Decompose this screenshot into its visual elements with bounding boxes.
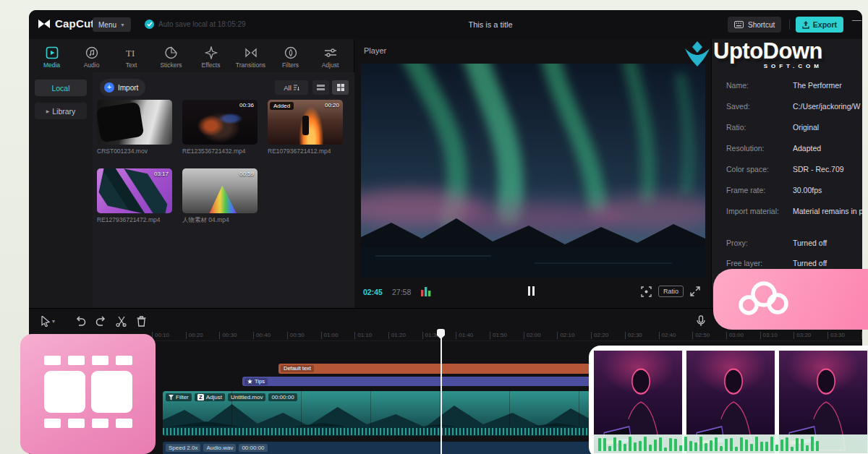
media-item[interactable]: 00:59 人物素材 04.mp4 [182, 168, 258, 225]
media-thumbnail[interactable]: 00:59 [182, 168, 258, 213]
delete-button[interactable] [135, 314, 148, 327]
redo-button[interactable] [94, 314, 107, 327]
property-row: Name: The Performer [726, 81, 862, 93]
equalizer-bar [654, 440, 657, 451]
scopes-icon[interactable] [421, 287, 431, 296]
sidebar-item-library[interactable]: ▶ Library [35, 103, 87, 119]
shortcut-label: Shortcut [748, 21, 775, 29]
filter-all-dropdown[interactable]: All [275, 80, 308, 95]
media-item[interactable]: 00:36 RE123536721432.mp4 [182, 100, 258, 155]
media-panel: Media Audio TI Text [29, 39, 354, 308]
equalizer-bar [603, 438, 606, 451]
equalizer-bar [689, 441, 692, 451]
fullscreen-icon[interactable] [690, 286, 700, 296]
player-panel-title: Player [364, 46, 386, 55]
property-row: Frame rate: 30.00fps [726, 186, 862, 197]
topbar: CapCut Menu ▼ Auto save local at 18:05:2… [29, 10, 862, 39]
text-clip-label: Default text [281, 365, 314, 372]
equalizer [594, 434, 868, 453]
autosave-text: Auto save local at 18:05:29 [158, 20, 246, 28]
equalizer-bar [725, 439, 728, 451]
equalizer-bar [735, 447, 738, 451]
media-thumbnail[interactable]: 03:17 [97, 168, 172, 213]
select-tool-caret[interactable]: ▼ [51, 314, 56, 327]
property-value: Material remains in p [793, 207, 862, 218]
equalizer-bar [608, 446, 611, 451]
ruler-tick: 01:20 [388, 332, 406, 339]
property-row: Resolution: Adapted [726, 144, 862, 155]
undo-button[interactable] [74, 314, 87, 327]
capcut-logo-icon [38, 19, 51, 29]
property-label: Resolution: [726, 144, 793, 155]
equalizer-bar [786, 437, 788, 451]
media-item[interactable]: Added 00:20 RE107936721412.mp4 [268, 100, 343, 155]
player-panel: Player [354, 39, 712, 308]
media-source-sidebar: Local ▶ Library [29, 72, 93, 308]
uptodown-logo-icon [684, 40, 710, 69]
property-row: Saved: C:/User/jackoring/W [726, 102, 862, 113]
property-value: Original [793, 123, 862, 134]
ruler-tick: 03:10 [760, 332, 778, 339]
speed-badge[interactable]: Speed 2.0x [166, 444, 200, 452]
media-item[interactable]: CRST001234.mov [97, 100, 172, 155]
duration-badge: 00:36 [239, 102, 254, 108]
sticker-track-clip[interactable]: Tips [242, 377, 644, 386]
media-thumbnail[interactable]: Added 00:20 [268, 100, 343, 145]
tab-effects[interactable]: Effects [191, 42, 231, 72]
media-filename: CRST001234.mov [97, 147, 172, 155]
ruler-tick: 03:00 [726, 332, 744, 339]
media-thumbnail[interactable] [97, 100, 172, 145]
properties-panel: Name: The Performer Saved: C:/User/jacko… [712, 39, 862, 308]
import-button[interactable]: + Import [100, 79, 145, 96]
equalizer-bar [775, 445, 778, 451]
adjust-badge[interactable]: Z Adjust [195, 393, 225, 401]
equalizer-bar [720, 446, 723, 451]
screenshot-stage: CapCut Menu ▼ Auto save local at 18:05:2… [0, 0, 868, 454]
equalizer-bar [644, 437, 647, 451]
tab-transitions[interactable]: Transitions [231, 42, 271, 72]
player-current-time: 02:45 [363, 288, 383, 296]
filter-all-label: All [284, 84, 292, 92]
ruler-tick: 02:20 [591, 332, 608, 339]
capcut-logo: CapCut [38, 17, 95, 30]
record-voiceover-button[interactable] [694, 314, 707, 327]
media-thumbnail[interactable]: 00:36 [182, 100, 258, 145]
pause-button[interactable] [528, 286, 537, 296]
uptodown-watermark: UptoDown SOFT.COM [684, 40, 822, 69]
grid-view-icon [337, 84, 344, 91]
media-item[interactable]: 03:17 RE127936721472.mp4 [97, 168, 172, 223]
ruler-tick: 03:30 [827, 332, 845, 339]
tab-media[interactable]: Media [32, 42, 72, 72]
list-view-button[interactable] [312, 80, 329, 95]
equalizer-bar [659, 437, 662, 451]
tab-adjust[interactable]: Adjust [310, 42, 350, 72]
menu-button[interactable]: Menu ▼ [93, 17, 131, 32]
export-button[interactable]: Export [796, 17, 843, 33]
snapshot-icon[interactable] [641, 286, 652, 297]
minimize-button[interactable]: — [852, 14, 861, 25]
list-view-icon [317, 85, 325, 90]
tab-audio[interactable]: Audio [72, 42, 111, 72]
ruler-tick: 03:20 [793, 332, 811, 339]
watermark-suffix: SOFT.COM [713, 63, 822, 69]
microphone-icon [697, 315, 705, 327]
plus-icon: + [104, 82, 114, 93]
player-video[interactable] [361, 64, 705, 278]
filter-badge[interactable]: Filter [166, 393, 192, 401]
ratio-button[interactable]: Ratio [658, 286, 684, 297]
media-icon [45, 46, 59, 59]
grid-view-button[interactable] [332, 80, 349, 95]
tab-filters[interactable]: Filters [271, 42, 310, 72]
ruler-tick: 03:40 [861, 332, 862, 339]
split-button[interactable] [114, 314, 127, 327]
tab-stickers[interactable]: Stickers [151, 42, 191, 72]
export-icon [802, 21, 809, 29]
tab-text[interactable]: TI Text [111, 42, 151, 72]
duration-badge: 00:20 [325, 102, 339, 108]
equalizer-bar [679, 445, 682, 451]
sticker-icon [247, 379, 252, 384]
shortcut-button[interactable]: Shortcut [728, 17, 781, 33]
sidebar-item-local[interactable]: Local [35, 80, 87, 96]
equalizer-bar [765, 442, 768, 451]
clip-time-badge: 00:00:00 [268, 393, 297, 401]
